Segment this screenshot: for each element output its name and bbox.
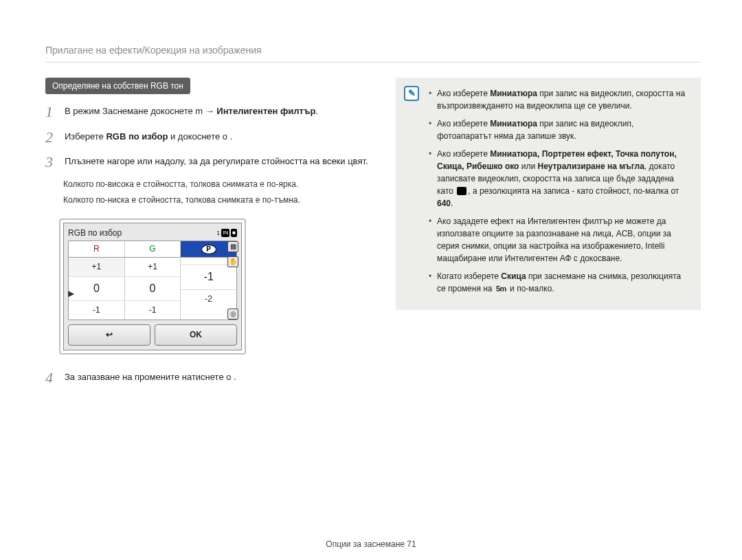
lcd-side-icons: ▦ ✋ ◎ — [227, 241, 238, 320]
lcd-title: RGB по избор — [68, 227, 122, 239]
note-item: Ако зададете ефект на Интелигентен филтъ… — [429, 215, 688, 265]
step-1: 1 В режим Заснемане докоснете m → Интели… — [45, 104, 375, 120]
step-number: 4 — [45, 370, 58, 386]
step-number: 3 — [45, 154, 58, 170]
play-icon: ▶ — [68, 288, 74, 300]
lcd-preview: RGB по избор 1 IN ■ R G P — [59, 219, 246, 355]
tab-r[interactable]: R — [69, 241, 125, 257]
rgb-tabs[interactable]: R G P — [68, 240, 237, 258]
side-icon-target[interactable]: ◎ — [227, 309, 238, 320]
step-number: 1 — [45, 104, 58, 120]
side-icon-1[interactable]: ▦ — [227, 241, 238, 252]
step-2: 2 Изберете RGB по избор и докоснете o . — [45, 129, 375, 146]
step-4: 4 За запазване на промените натиснете o … — [45, 370, 375, 386]
step-3-sub-a: Колкото по-висока е стойността, толкова … — [63, 179, 375, 190]
step-text: Плъзнете нагоре или надолу, за да регули… — [65, 154, 375, 168]
step-text: В режим Заснемане докоснете m → Интелиге… — [65, 104, 375, 117]
info-icon: ✎ — [404, 86, 419, 101]
step-3-sub-b: Колкото по-ниска е стойността, толкова с… — [63, 194, 375, 206]
lcd-back-button[interactable] — [68, 324, 150, 346]
step-number: 2 — [45, 129, 58, 146]
side-icon-hand[interactable]: ✋ — [227, 256, 238, 267]
section-chip: Определяне на собствен RGB тон — [45, 78, 190, 95]
info-box: ✎ Ако изберете Миниатюра при запис на ви… — [396, 78, 701, 310]
note-item: Ако изберете Миниатюра при запис на виде… — [429, 117, 688, 142]
step-text: За запазване на промените натиснете o . — [65, 370, 375, 383]
col-g[interactable]: +1 0 -1 — [125, 258, 181, 320]
note-item: Ако изберете Миниатюра, Портретен ефект,… — [429, 148, 688, 210]
rgb-values[interactable]: +1 0 -1 +1 0 -1 -1 -2 — [68, 258, 237, 320]
tab-g[interactable]: G — [125, 241, 181, 257]
note-item: Когато изберете Скица при заснемане на с… — [429, 270, 688, 295]
step-text: Изберете RGB по избор и докоснете o . — [65, 129, 375, 143]
step-3: 3 Плъзнете нагоре или надолу, за да регу… — [45, 154, 375, 170]
resolution-5m-icon: 5m — [496, 283, 506, 295]
right-column: ✎ Ако изберете Миниатюра при запис на ви… — [396, 78, 701, 395]
record-mode-icon — [457, 187, 466, 195]
left-column: Определяне на собствен RGB тон 1 В режим… — [45, 78, 375, 395]
breadcrumb: Прилагане на ефекти/Корекция на изображе… — [45, 44, 701, 63]
note-item: Ако изберете Миниатюра при запис на виде… — [429, 87, 688, 112]
page-footer: Опции за заснемане 71 — [0, 539, 742, 550]
lcd-ok-button[interactable]: OK — [155, 324, 237, 346]
col-r[interactable]: +1 0 -1 — [69, 258, 125, 320]
lcd-badge: 1 IN ■ — [216, 229, 237, 238]
tab-b-bubble: P — [201, 245, 216, 254]
